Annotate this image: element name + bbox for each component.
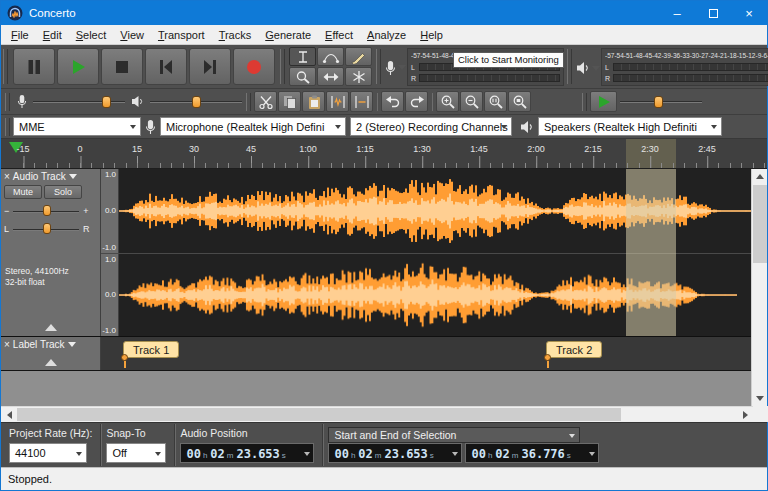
timefield-dropdown-icon[interactable] (589, 452, 595, 456)
trim-audio-button[interactable] (326, 91, 349, 112)
toolbar-grip[interactable] (280, 49, 285, 84)
meter-menu-icon[interactable] (592, 66, 600, 71)
menu-tracks[interactable]: Tracks (212, 26, 259, 44)
selection-start-field[interactable]: 00h 02m 23.653s (328, 443, 462, 463)
pause-button[interactable] (13, 48, 55, 85)
track-menu-icon[interactable] (68, 342, 76, 347)
slider-thumb[interactable] (654, 96, 663, 108)
zoom-out-button[interactable] (460, 91, 483, 112)
recording-channels-select[interactable]: 2 (Stereo) Recording Channels (350, 117, 512, 136)
playback-speed-slider[interactable] (618, 93, 704, 111)
zoom-selection-button[interactable] (484, 91, 507, 112)
gain-slider[interactable] (11, 203, 81, 219)
slider-thumb[interactable] (102, 96, 111, 108)
label-area[interactable]: Track 1 Track 2 (101, 337, 753, 370)
pan-slider[interactable] (11, 221, 81, 237)
menu-transport[interactable]: Transport (151, 26, 212, 44)
scroll-down-button[interactable] (752, 391, 768, 406)
zoom-in-button[interactable] (436, 91, 459, 112)
horizontal-scrollbar[interactable] (1, 406, 753, 422)
menu-effect[interactable]: Effect (318, 26, 360, 44)
track-menu-icon[interactable] (69, 174, 77, 179)
meter-menu-icon[interactable] (398, 65, 406, 70)
skip-to-start-button[interactable] (145, 48, 187, 85)
redo-button[interactable] (405, 91, 428, 112)
play-button[interactable] (57, 48, 99, 85)
vertical-scale-ruler[interactable]: 1.0 0.0 -1.0 (101, 254, 119, 336)
menu-file[interactable]: File (4, 26, 36, 44)
stop-button[interactable] (101, 48, 143, 85)
zoom-tool-button[interactable] (289, 67, 316, 86)
label-item[interactable]: Track 1 (123, 341, 179, 358)
track-collapse-button[interactable] (31, 357, 71, 368)
timefield-dropdown-icon[interactable] (304, 452, 310, 456)
recording-device-select[interactable]: Microphone (Realtek High Defini (160, 117, 346, 136)
track-close-button[interactable]: × (4, 340, 10, 350)
toolbar-grip[interactable] (376, 49, 381, 84)
audio-track-title[interactable]: Audio Track (13, 171, 66, 182)
copy-button[interactable] (278, 91, 301, 112)
menu-help[interactable]: Help (413, 26, 450, 44)
speaker-icon (576, 61, 590, 75)
playback-meter[interactable]: -57-54-51-48-45-42-39-36-33-30-27-24-21-… (574, 45, 768, 88)
toolbar-grip[interactable] (246, 93, 251, 111)
selection-end-field[interactable]: 00h 02m 36.776s (465, 443, 599, 463)
track-close-button[interactable]: × (4, 172, 10, 182)
playback-volume-slider[interactable] (148, 93, 244, 111)
waveform-selection[interactable] (626, 169, 676, 336)
toolbar-grip[interactable] (567, 49, 572, 84)
audio-position-field[interactable]: 00h 02m 23.653s (180, 443, 314, 463)
slider-thumb[interactable] (43, 205, 51, 216)
toolbar-grip[interactable] (5, 93, 10, 111)
skip-to-end-button[interactable] (189, 48, 231, 85)
label-item[interactable]: Track 2 (546, 341, 602, 358)
toolbar-grip[interactable] (5, 118, 10, 136)
vertical-scroll-thumb[interactable] (753, 185, 767, 263)
maximize-button[interactable] (695, 1, 731, 25)
vertical-scale-ruler[interactable]: 1.0 0.0 -1.0 (101, 169, 119, 253)
selection-mode-select[interactable]: Start and End of Selection (328, 427, 580, 443)
scroll-up-button[interactable] (752, 169, 767, 184)
draw-tool-button[interactable] (345, 47, 372, 66)
menu-generate[interactable]: Generate (258, 26, 318, 44)
silence-audio-button[interactable] (350, 91, 373, 112)
menu-view[interactable]: View (113, 26, 151, 44)
snap-to-select[interactable]: Off (106, 443, 166, 463)
playback-device-select[interactable]: Speakers (Realtek High Definiti (538, 117, 722, 136)
recording-volume-slider[interactable] (31, 93, 127, 111)
mute-button[interactable]: Mute (4, 185, 42, 199)
timefield-dropdown-icon[interactable] (452, 452, 458, 456)
menu-select[interactable]: Select (69, 26, 114, 44)
toolbar-grip[interactable] (582, 93, 587, 111)
close-button[interactable]: × (731, 1, 767, 25)
timeshift-tool-button[interactable] (317, 67, 344, 86)
undo-button[interactable] (381, 91, 404, 112)
selection-tool-button[interactable] (289, 47, 316, 66)
monitoring-tooltip[interactable]: Click to Start Monitoring (453, 52, 564, 68)
timeline-ruler[interactable]: -1501530451:001:151:301:452:002:152:302:… (1, 139, 767, 169)
label-track-title[interactable]: Label Track (13, 339, 65, 350)
multi-tool-button[interactable] (345, 67, 372, 86)
track-collapse-button[interactable] (31, 322, 71, 333)
menu-edit[interactable]: Edit (36, 26, 69, 44)
audio-host-select[interactable]: MME (13, 117, 141, 136)
zoom-fit-button[interactable] (508, 91, 531, 112)
record-button[interactable] (233, 48, 275, 85)
envelope-tool-button[interactable] (317, 47, 344, 66)
label-marker-icon[interactable] (544, 354, 553, 369)
slider-thumb[interactable] (43, 223, 51, 234)
horizontal-scroll-thumb[interactable] (17, 408, 621, 421)
scroll-right-button[interactable] (737, 407, 753, 422)
paste-button[interactable] (302, 91, 325, 112)
toolbar-grip[interactable] (3, 49, 8, 84)
cut-button[interactable] (254, 91, 277, 112)
minimize-button[interactable]: – (659, 1, 695, 25)
vertical-scrollbar[interactable] (751, 169, 767, 406)
menu-analyze[interactable]: Analyze (360, 26, 413, 44)
solo-button[interactable]: Solo (44, 185, 82, 199)
play-at-speed-button[interactable] (590, 91, 617, 112)
project-rate-select[interactable]: 44100 (9, 443, 87, 463)
scroll-left-button[interactable] (1, 407, 17, 422)
label-marker-icon[interactable] (121, 354, 130, 369)
slider-thumb[interactable] (192, 96, 201, 108)
